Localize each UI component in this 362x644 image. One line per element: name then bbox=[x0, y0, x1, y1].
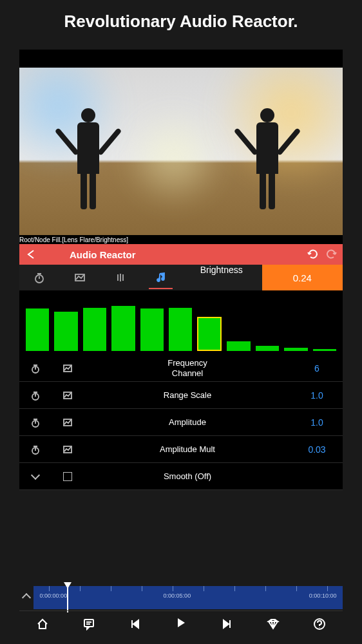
figure-right bbox=[256, 108, 278, 209]
param-row-4[interactable]: Smooth (Off) bbox=[19, 463, 343, 490]
param-stopwatch[interactable] bbox=[19, 444, 52, 455]
eq-bar-7[interactable] bbox=[227, 341, 250, 351]
eq-bar-0[interactable] bbox=[26, 308, 49, 351]
param-label: FrequencyChannel bbox=[84, 358, 291, 378]
music-icon bbox=[155, 272, 167, 283]
eq-bar-4[interactable] bbox=[140, 308, 164, 351]
stopwatch-tab[interactable] bbox=[19, 265, 60, 290]
param-row-0[interactable]: FrequencyChannel6 bbox=[19, 355, 343, 382]
eq-bar-1[interactable] bbox=[54, 312, 77, 352]
play-icon[interactable] bbox=[175, 616, 187, 629]
lens-flare-center bbox=[122, 106, 225, 209]
checkbox[interactable] bbox=[63, 472, 72, 481]
diamond-icon[interactable] bbox=[267, 618, 280, 630]
equalizer[interactable] bbox=[19, 290, 343, 355]
vibrate-tab[interactable] bbox=[100, 265, 141, 290]
param-row-1[interactable]: Range Scale1.0 bbox=[19, 382, 343, 409]
home-icon[interactable] bbox=[36, 618, 49, 630]
param-graph[interactable] bbox=[52, 472, 84, 481]
titlebar-title: Audio Reactor bbox=[70, 249, 136, 260]
param-graph[interactable] bbox=[52, 444, 84, 455]
breadcrumb: Root/Node Fill.[Lens Flare/Brightness] bbox=[19, 235, 343, 244]
eq-bar-5[interactable] bbox=[169, 308, 192, 351]
timeline-t0: 0:00:00:00 bbox=[40, 592, 68, 599]
param-stopwatch[interactable] bbox=[19, 417, 52, 428]
param-graph[interactable] bbox=[52, 363, 84, 374]
timeline-expand-icon[interactable] bbox=[22, 593, 31, 602]
bottom-bar bbox=[19, 611, 343, 636]
param-row-3[interactable]: Amplitude Mult0.03 bbox=[19, 436, 343, 463]
param-graph[interactable] bbox=[52, 390, 84, 401]
chevron-down-icon[interactable] bbox=[31, 470, 40, 479]
param-label: Smooth (Off) bbox=[84, 471, 291, 482]
param-value[interactable]: 0.03 bbox=[291, 444, 343, 455]
param-graph[interactable] bbox=[52, 417, 84, 428]
param-label: Amplitude bbox=[84, 417, 291, 428]
redo-icon[interactable] bbox=[325, 248, 338, 261]
preview-container bbox=[19, 50, 343, 235]
param-stopwatch[interactable] bbox=[19, 475, 52, 478]
titlebar: Audio Reactor bbox=[19, 244, 343, 265]
page-title: Revolutionary Audio Reactor. bbox=[0, 0, 362, 38]
lens-flare-left bbox=[19, 68, 122, 171]
music-tab[interactable] bbox=[140, 265, 181, 290]
param-stopwatch[interactable] bbox=[19, 390, 52, 401]
svg-rect-10 bbox=[84, 620, 93, 627]
param-label: Amplitude Mult bbox=[84, 444, 291, 455]
tab-row: Brightness 0.24 bbox=[19, 265, 343, 290]
timeline: 0:00:00:00 0:00:05:00 0:00:10:00 bbox=[19, 586, 343, 609]
stopwatch-icon bbox=[33, 272, 45, 283]
figure-left bbox=[77, 108, 99, 209]
brightness-label: Brightness bbox=[181, 265, 262, 290]
eq-bar-3[interactable] bbox=[111, 306, 135, 351]
eq-bar-9[interactable] bbox=[284, 348, 307, 351]
video-preview[interactable] bbox=[19, 68, 343, 235]
help-icon[interactable] bbox=[313, 618, 326, 630]
back-icon[interactable] bbox=[24, 248, 37, 261]
param-value[interactable]: 6 bbox=[291, 363, 343, 374]
params-list: FrequencyChannel6Range Scale1.0Amplitude… bbox=[19, 355, 343, 490]
eq-bar-10[interactable] bbox=[313, 349, 336, 351]
playhead[interactable] bbox=[67, 583, 68, 612]
eq-bar-8[interactable] bbox=[256, 346, 279, 351]
param-value[interactable]: 1.0 bbox=[291, 390, 343, 401]
param-value[interactable]: 1.0 bbox=[291, 417, 343, 428]
eq-bar-6[interactable] bbox=[197, 317, 222, 351]
eq-bar-2[interactable] bbox=[83, 308, 106, 351]
graph-icon bbox=[74, 272, 86, 283]
timeline-t1: 0:00:05:00 bbox=[164, 592, 191, 599]
param-label: Range Scale bbox=[84, 390, 291, 401]
brightness-value[interactable]: 0.24 bbox=[262, 265, 343, 290]
vibrate-icon bbox=[115, 272, 126, 283]
graph-tab[interactable] bbox=[60, 265, 100, 290]
timeline-t2: 0:00:10:00 bbox=[309, 592, 337, 599]
lens-flare-right bbox=[214, 68, 343, 190]
step-forward-icon[interactable] bbox=[221, 618, 234, 630]
param-row-2[interactable]: Amplitude1.0 bbox=[19, 409, 343, 436]
step-back-icon[interactable] bbox=[128, 618, 141, 630]
timeline-track[interactable]: 0:00:00:00 0:00:05:00 0:00:10:00 bbox=[33, 586, 343, 609]
param-stopwatch[interactable] bbox=[19, 363, 52, 374]
comment-icon[interactable] bbox=[82, 618, 95, 630]
undo-icon[interactable] bbox=[307, 248, 319, 261]
